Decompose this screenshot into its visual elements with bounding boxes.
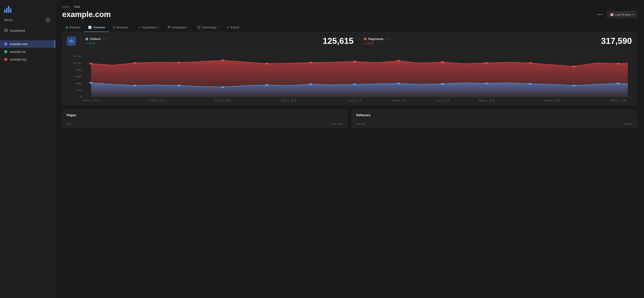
svg-point-28 [353, 61, 356, 62]
svg-point-26 [265, 63, 268, 64]
svg-point-42 [396, 83, 400, 84]
svg-text:8K: 8K [76, 68, 82, 71]
visitors-label-row: Visitors ⓘ [86, 37, 105, 41]
svg-text:Nov 18: Nov 18 [610, 99, 626, 102]
pages-col-pageviews: Pageviews [331, 123, 343, 126]
tab-realtime[interactable]: Realtime [62, 23, 84, 32]
svg-text:Nov 15: Nov 15 [544, 99, 561, 102]
page-title: example.com [62, 10, 111, 19]
chevron-down-icon: ▾ [633, 13, 634, 16]
referrers-panel-header: Referrers [352, 110, 637, 120]
pageviews-change-value: 0.5% [367, 42, 374, 45]
svg-text:4K: 4K [76, 82, 82, 85]
sidebar-site-example-com[interactable]: example.com [0, 40, 55, 48]
svg-text:Nov 3: Nov 3 [348, 99, 362, 102]
breadcrumb-home[interactable]: Home [62, 5, 70, 8]
sidebar-item-label: Dashboard [10, 29, 25, 32]
svg-point-22 [89, 63, 93, 64]
pages-panel: Pages URL Pageviews [62, 110, 348, 128]
geographic-icon: 🗺 [168, 26, 170, 29]
svg-text:Oct 22: Oct 22 [83, 99, 99, 102]
visitors-metric: Visitors ⓘ ↗ 4.7% 125,615 [80, 32, 359, 50]
events-icon: ⊙ [226, 26, 229, 29]
svg-rect-2 [6, 29, 8, 30]
svg-point-47 [616, 83, 620, 84]
referrers-col-visitors: Visitors [624, 123, 633, 126]
site-label-example-com: example.com [10, 42, 28, 46]
svg-point-44 [484, 83, 488, 84]
acquisitions-chevron: ▾ [159, 26, 160, 28]
svg-text:Nov 9: Nov 9 [435, 99, 449, 102]
breadcrumb: Home › Stats [62, 5, 637, 8]
pageviews-label: Pageviews [368, 37, 384, 41]
sidebar: MENU Dashboard example.com example.net [0, 0, 55, 298]
tab-events-label: Events [230, 26, 239, 29]
tab-technology[interactable]: ⬛ Technology ▾ [193, 23, 223, 32]
pageviews-color-dot [364, 38, 366, 40]
pageviews-value: 317,590 [601, 36, 632, 46]
pageviews-down-arrow: ↘ [364, 42, 366, 45]
chart-svg: 12K 10K 8K 6K 4K 2K 0 [67, 54, 633, 103]
svg-point-25 [221, 60, 225, 61]
svg-point-40 [309, 83, 313, 85]
svg-rect-4 [6, 30, 8, 32]
svg-point-37 [177, 85, 181, 86]
tab-behavior-label: Behavior [117, 26, 128, 29]
svg-point-43 [440, 83, 444, 85]
realtime-dot [66, 27, 68, 28]
svg-point-46 [572, 85, 576, 86]
referrers-panel: Referrers Website Visitors [352, 110, 637, 128]
sidebar-item-dashboard[interactable]: Dashboard [0, 26, 55, 35]
site-label-example-net: example.net [10, 50, 26, 53]
sidebar-menu-row: MENU [0, 16, 55, 26]
tab-behavior[interactable]: ⊡ Behavior ▾ [109, 23, 134, 32]
site-dot-example-com [4, 42, 7, 45]
svg-point-29 [396, 60, 400, 62]
tab-geographic[interactable]: 🗺 Geographic ▾ [164, 23, 193, 32]
pageviews-info-icon[interactable]: ⓘ [385, 37, 388, 41]
tab-overview[interactable]: ⬜ Overview [84, 23, 109, 32]
sidebar-site-example-org[interactable]: example.org [0, 55, 55, 63]
visitors-color-dot [86, 38, 88, 40]
avatar[interactable] [45, 17, 51, 23]
stats-icon-col [62, 32, 80, 50]
overview-icon: ⬜ [88, 26, 92, 29]
tab-technology-label: Technology [202, 26, 216, 29]
pages-col-url: URL [67, 123, 72, 126]
tab-events[interactable]: ⊙ Events [223, 23, 243, 32]
behavior-icon: ⊡ [113, 26, 115, 29]
logo [0, 0, 55, 16]
svg-point-36 [133, 85, 137, 86]
breadcrumb-separator: › [71, 5, 72, 8]
geographic-chevron: ▾ [188, 26, 189, 28]
pages-table-header: URL Pageviews [62, 120, 347, 128]
svg-point-31 [484, 62, 488, 64]
svg-rect-1 [4, 29, 6, 30]
svg-text:6K: 6K [76, 75, 82, 78]
chart-area: 12K 10K 8K 6K 4K 2K 0 [62, 50, 637, 105]
sidebar-site-example-net[interactable]: example.net [0, 48, 55, 55]
svg-point-45 [528, 83, 532, 85]
tab-acquisitions[interactable]: ⇢ Acquisitions ▾ [134, 23, 164, 32]
pageviews-metric: Pageviews ⓘ ↘ 0.5% 317,590 [359, 32, 637, 50]
tabs-bar: Realtime ⬜ Overview ⊡ Behavior ▾ ⇢ Acqui… [62, 23, 637, 32]
svg-text:10K: 10K [72, 62, 82, 64]
technology-icon: ⬛ [197, 26, 200, 29]
tab-realtime-label: Realtime [69, 26, 80, 29]
svg-text:2K: 2K [76, 89, 82, 91]
more-button[interactable]: ••• [595, 11, 604, 18]
svg-text:Nov 12: Nov 12 [478, 99, 495, 102]
svg-point-32 [528, 62, 532, 64]
svg-text:Oct 31: Oct 31 [281, 99, 296, 102]
visitors-meta: Visitors ⓘ ↗ 4.7% [86, 37, 105, 45]
svg-rect-7 [72, 40, 73, 42]
svg-text:12K: 12K [72, 55, 82, 57]
technology-chevron: ▾ [218, 26, 219, 28]
site-dot-example-net [4, 50, 7, 53]
visitors-value: 125,615 [323, 36, 354, 46]
svg-text:Oct 28: Oct 28 [215, 99, 231, 102]
svg-text:Nov 6: Nov 6 [392, 99, 406, 102]
date-range-button[interactable]: 📅 Last 30 days ▾ [607, 11, 637, 18]
stats-icon-box [67, 36, 76, 46]
visitors-info-icon[interactable]: ⓘ [102, 37, 105, 41]
